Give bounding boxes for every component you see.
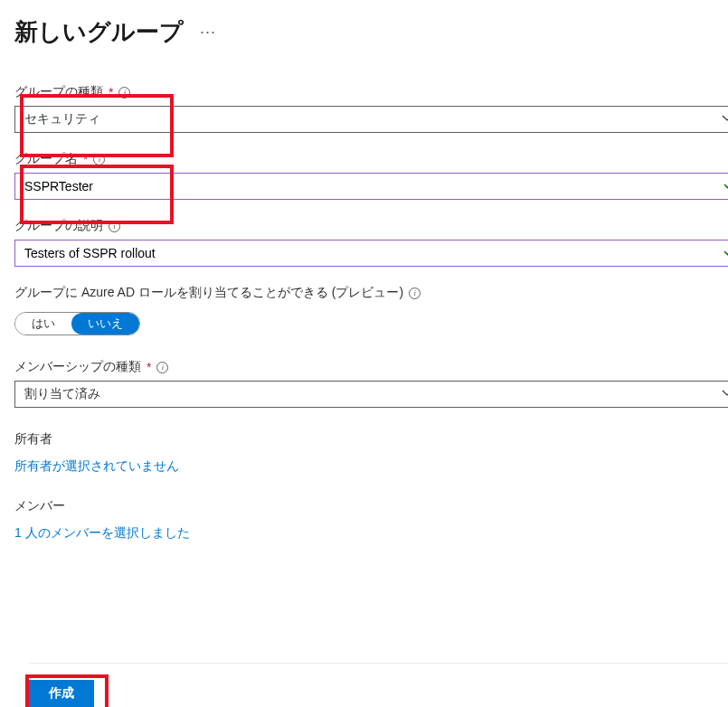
membership-type-dropdown[interactable]: 割り当て済み	[14, 381, 728, 408]
group-type-dropdown[interactable]: セキュリティ	[14, 106, 728, 133]
azure-ad-roles-field: グループに Azure AD ロールを割り当てることができる (プレビュー) i…	[14, 285, 728, 335]
azure-ad-roles-toggle: はい いいえ	[14, 312, 140, 335]
group-description-label: グループの説明	[14, 218, 103, 234]
members-link[interactable]: 1 人のメンバーを選択しました	[14, 525, 728, 542]
membership-type-value: 割り当て済み	[24, 386, 100, 402]
check-icon	[723, 245, 728, 261]
create-button[interactable]: 作成	[29, 680, 94, 707]
group-name-label: グループ名	[14, 151, 78, 167]
group-type-label: グループの種類	[14, 84, 103, 100]
membership-type-field: メンバーシップの種類 * i 割り当て済み	[14, 359, 728, 408]
more-actions-button[interactable]: ···	[200, 23, 216, 42]
info-icon[interactable]: i	[93, 154, 105, 165]
group-type-field: グループの種類 * i セキュリティ	[14, 84, 728, 133]
group-name-input[interactable]	[14, 173, 728, 200]
info-icon[interactable]: i	[118, 87, 130, 99]
owners-link[interactable]: 所有者が選択されていません	[14, 458, 728, 475]
footer-divider	[29, 663, 728, 664]
info-icon[interactable]: i	[156, 362, 168, 373]
chevron-down-icon	[722, 112, 728, 127]
group-description-field: グループの説明 i	[14, 218, 728, 267]
members-heading: メンバー	[14, 498, 728, 514]
owners-heading: 所有者	[14, 431, 728, 448]
check-icon	[723, 178, 728, 194]
group-type-value: セキュリティ	[24, 111, 100, 127]
toggle-no[interactable]: いいえ	[71, 313, 139, 335]
group-name-field: グループ名 * i	[14, 151, 728, 200]
chevron-down-icon	[722, 387, 728, 401]
info-icon[interactable]: i	[409, 288, 421, 299]
required-star: *	[147, 360, 151, 374]
azure-ad-roles-label: グループに Azure AD ロールを割り当てることができる (プレビュー)	[14, 285, 403, 301]
membership-type-label: メンバーシップの種類	[14, 359, 141, 375]
page-title: 新しいグループ	[14, 16, 184, 48]
toggle-yes[interactable]: はい	[15, 313, 71, 335]
info-icon[interactable]: i	[109, 221, 120, 232]
required-star: *	[109, 85, 113, 99]
group-description-input[interactable]	[14, 240, 728, 267]
required-star: *	[83, 152, 88, 166]
